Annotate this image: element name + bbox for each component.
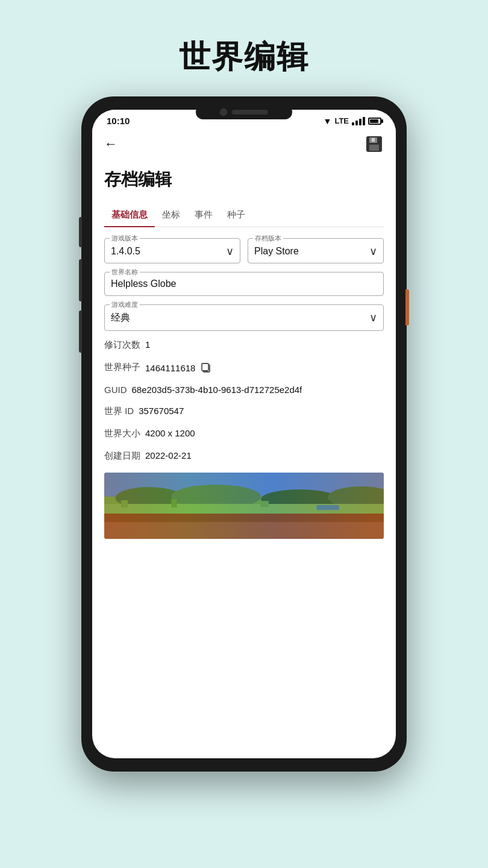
save-version-chevron: ∨ (369, 245, 377, 258)
back-button[interactable]: ← (104, 136, 117, 152)
phone-screen: 10:10 ▼ LTE ← (92, 110, 396, 758)
game-version-label: 游戏版本 (110, 234, 140, 243)
signal-bars (352, 117, 365, 125)
silent-button (79, 310, 82, 353)
save-version-field[interactable]: 存档版本 Play Store ∨ (248, 238, 384, 263)
world-id-row: 世界 ID 357670547 (104, 406, 384, 417)
phone-frame: 10:10 ▼ LTE ← (81, 96, 407, 772)
save-version-label: 存档版本 (253, 234, 283, 243)
screen-content: 存档编辑 基础信息 坐标 事件 种子 游戏版本 1.4.0.5 ∨ 存档版本 (92, 159, 396, 758)
created-row: 创建日期 2022-02-21 (104, 450, 384, 462)
svg-rect-3 (372, 138, 375, 142)
volume-up-button (79, 217, 82, 247)
world-size-value: 4200 x 1200 (145, 428, 195, 438)
world-name-value: Helpless Globe (111, 276, 377, 289)
tab-coords[interactable]: 坐标 (155, 203, 187, 227)
tab-events[interactable]: 事件 (187, 203, 220, 227)
seed-label: 世界种子 (104, 362, 140, 373)
world-name-label: 世界名称 (110, 268, 140, 277)
status-time: 10:10 (107, 116, 130, 126)
svg-rect-2 (369, 145, 379, 151)
volume-down-button (79, 259, 82, 301)
guid-value: 68e203d5-373b-4b10-9613-d712725e2d4f (132, 385, 302, 395)
power-button (405, 289, 409, 326)
created-value: 2022-02-21 (145, 450, 192, 461)
revision-label: 修订次数 (104, 339, 140, 351)
guid-row: GUID 68e203d5-373b-4b10-9613-d712725e2d4… (104, 385, 384, 395)
tab-seed[interactable]: 种子 (220, 203, 252, 227)
game-version-value: 1.4.0.5 ∨ (111, 242, 234, 258)
status-icons: ▼ LTE (324, 116, 381, 126)
difficulty-label: 游戏难度 (110, 300, 140, 309)
seed-row: 世界种子 1464111618 (104, 362, 384, 374)
created-label: 创建日期 (104, 450, 140, 462)
difficulty-chevron: ∨ (369, 311, 377, 324)
difficulty-value: 经典 ∨ (111, 309, 377, 324)
world-thumbnail (104, 473, 384, 539)
svg-rect-5 (202, 363, 208, 371)
world-size-label: 世界大小 (104, 428, 140, 439)
save-button[interactable] (364, 134, 384, 154)
world-id-value: 357670547 (139, 406, 184, 416)
battery-icon (368, 118, 381, 125)
section-title: 存档编辑 (104, 168, 384, 191)
guid-label: GUID (104, 385, 127, 395)
world-size-row: 世界大小 4200 x 1200 (104, 428, 384, 439)
app-bar: ← (92, 130, 396, 159)
page-title: 世界编辑 (179, 36, 309, 78)
wifi-icon: ▼ (324, 116, 332, 126)
tab-basic[interactable]: 基础信息 (104, 203, 155, 227)
seed-value: 1464111618 (145, 362, 212, 374)
lte-label: LTE (334, 116, 349, 125)
game-version-chevron: ∨ (226, 245, 234, 258)
tab-bar: 基础信息 坐标 事件 种子 (104, 203, 384, 227)
revision-row: 修订次数 1 (104, 339, 384, 351)
difficulty-field[interactable]: 游戏难度 经典 ∨ (104, 304, 384, 331)
copy-seed-button[interactable] (200, 362, 212, 374)
world-id-label: 世界 ID (104, 406, 134, 417)
revision-value: 1 (145, 339, 150, 350)
world-name-field[interactable]: 世界名称 Helpless Globe (104, 272, 384, 296)
game-version-field[interactable]: 游戏版本 1.4.0.5 ∨ (104, 238, 240, 263)
version-row: 游戏版本 1.4.0.5 ∨ 存档版本 Play Store ∨ (104, 238, 384, 263)
save-version-value: Play Store ∨ (254, 242, 377, 258)
